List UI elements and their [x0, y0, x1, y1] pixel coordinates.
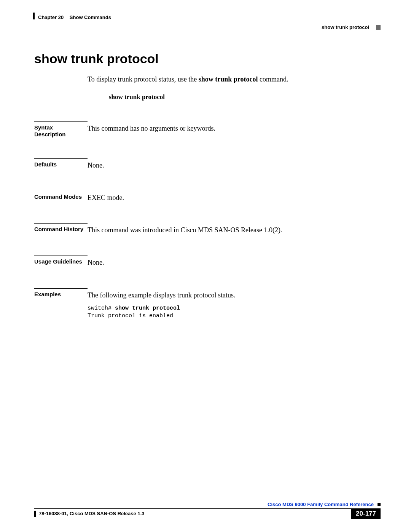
syntax-command: show trunk protocol [109, 93, 381, 101]
cli-command: show trunk protocol [115, 305, 180, 312]
section-label: Defaults [34, 158, 88, 170]
cli-output: Trunk protocol is enabled [88, 313, 173, 319]
chapter-number: Chapter 20 [38, 14, 64, 20]
footer-rule [34, 508, 381, 509]
example-code-block: switch# show trunk protocol Trunk protoc… [88, 305, 381, 320]
section-label: Command History [34, 223, 88, 235]
section-body: This command was introduced in Cisco MDS… [88, 223, 381, 235]
section-label: Examples [34, 288, 88, 320]
header-square-icon [376, 25, 381, 30]
page-number: 20-177 [351, 509, 381, 519]
chapter-name: Show Commands [70, 14, 111, 20]
section-body: This command has no arguments or keyword… [88, 121, 381, 138]
section-body: None. [88, 256, 381, 267]
section-body: The following example displays trunk pro… [88, 288, 381, 320]
intro-paragraph: To display trunk protocol status, use th… [88, 75, 381, 84]
section-body: None. [88, 158, 381, 170]
doc-title: Cisco MDS 9000 Family Command Reference [268, 502, 374, 507]
section-syntax-description: Syntax Description This command has no a… [34, 121, 381, 138]
section-command-history: Command History This command was introdu… [34, 223, 381, 235]
footer-square-icon [378, 503, 381, 506]
section-examples: Examples The following example displays … [34, 288, 381, 320]
section-label: Command Modes [34, 191, 88, 203]
section-body: EXEC mode. [88, 191, 381, 203]
breadcrumb-text: show trunk protocol [322, 24, 369, 30]
examples-text: The following example displays trunk pro… [88, 290, 381, 300]
footer-accent-bar [34, 511, 36, 517]
section-command-modes: Command Modes EXEC mode. [34, 191, 381, 203]
section-defaults: Defaults None. [34, 158, 381, 170]
cli-prompt: switch# [88, 305, 115, 312]
section-usage-guidelines: Usage Guidelines None. [34, 256, 381, 267]
doc-id: 78-16088-01, Cisco MDS SAN-OS Release 1.… [39, 511, 144, 516]
header-rule [33, 22, 381, 22]
header-accent-bar [33, 13, 35, 19]
page-title: show trunk protocol [34, 51, 381, 66]
header-chapter: Chapter 20 Show Commands [34, 14, 381, 20]
page-footer: Cisco MDS 9000 Family Command Reference … [34, 502, 381, 519]
section-label: Usage Guidelines [34, 256, 88, 267]
section-label: Syntax Description [34, 121, 88, 138]
